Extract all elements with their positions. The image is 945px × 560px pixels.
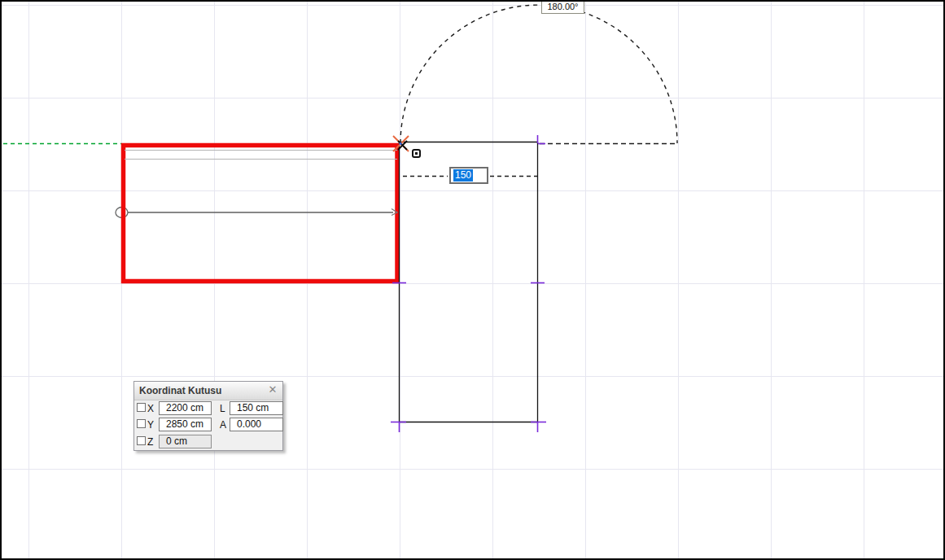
- cad-scene: [2, 2, 945, 560]
- coordinate-box-palette[interactable]: Koordinat Kutusu ✕ X 2200 cm L 150 cm Y …: [133, 381, 283, 451]
- field-l[interactable]: 150 cm: [230, 401, 283, 415]
- angle-readout: 180.00°: [541, 0, 584, 14]
- length-edit-box[interactable]: 150: [449, 167, 488, 184]
- palette-titlebar[interactable]: Koordinat Kutusu ✕: [134, 382, 282, 400]
- close-icon[interactable]: ✕: [267, 384, 278, 396]
- origin-node-icon: [412, 149, 421, 158]
- angle-arc-180: [400, 5, 677, 143]
- label-y: Y: [147, 419, 154, 431]
- origin-node-dot: [415, 152, 418, 155]
- label-a: A: [220, 419, 226, 431]
- field-a[interactable]: 0.000: [230, 418, 283, 431]
- checkbox-z[interactable]: [137, 436, 146, 445]
- length-edit-value: 150: [453, 169, 473, 182]
- checkbox-y[interactable]: [137, 419, 146, 428]
- field-x[interactable]: 2200 cm: [159, 401, 212, 415]
- label-x: X: [147, 403, 154, 414]
- checkbox-x[interactable]: [137, 403, 146, 412]
- label-z: Z: [147, 436, 153, 448]
- selected-red-rectangle[interactable]: [124, 146, 398, 282]
- label-l: L: [220, 403, 225, 414]
- application-window: 180.00° 150 Koordinat Kutusu ✕ X 2200 cm…: [0, 0, 945, 560]
- palette-title: Koordinat Kutusu: [139, 385, 221, 396]
- field-z[interactable]: 0 cm: [159, 435, 212, 448]
- field-y[interactable]: 2850 cm: [159, 418, 212, 431]
